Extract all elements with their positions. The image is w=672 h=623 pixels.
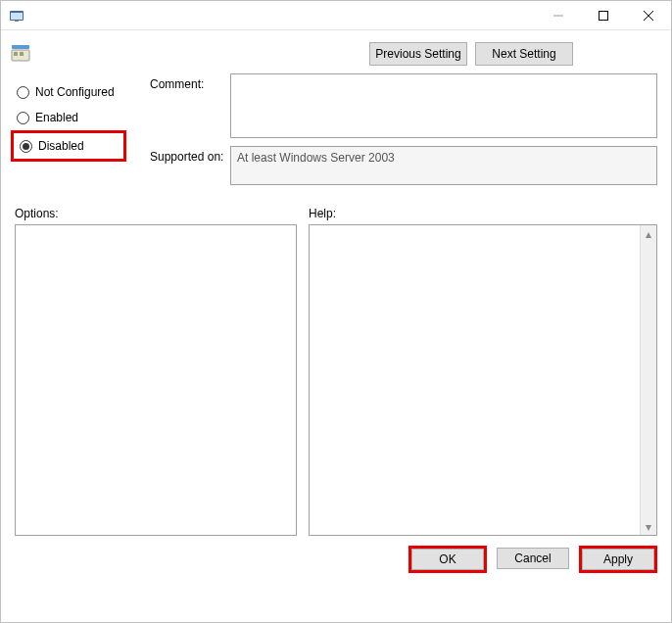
options-pane: [15, 224, 297, 536]
minimize-button[interactable]: [536, 1, 581, 30]
policy-app-icon: [9, 8, 24, 24]
toolbar: Previous Setting Next Setting: [1, 30, 671, 73]
radio-icon: [17, 112, 29, 124]
radio-enabled[interactable]: Enabled: [15, 105, 132, 130]
help-scrollbar[interactable]: ▴ ▾: [640, 225, 656, 535]
ok-button-highlight: OK: [408, 546, 487, 573]
titlebar: [1, 1, 671, 30]
help-text: [310, 225, 640, 535]
cancel-button[interactable]: Cancel: [497, 548, 569, 569]
svg-rect-10: [20, 52, 24, 56]
comment-textarea[interactable]: [230, 73, 657, 138]
svg-rect-1: [11, 13, 23, 20]
radio-disabled-highlight: Disabled: [11, 130, 126, 162]
supported-label: Supported on:: [150, 146, 230, 164]
svg-rect-7: [12, 45, 29, 49]
next-setting-button[interactable]: Next Setting: [475, 42, 573, 66]
radio-label: Not Configured: [35, 85, 115, 99]
help-pane: ▴ ▾: [309, 224, 657, 536]
radio-label: Enabled: [35, 111, 78, 124]
supported-textarea: [230, 146, 657, 185]
options-label: Options:: [15, 207, 297, 224]
apply-button[interactable]: Apply: [582, 549, 654, 570]
svg-rect-4: [600, 11, 608, 20]
radio-icon: [17, 86, 29, 99]
radio-not-configured[interactable]: Not Configured: [15, 79, 132, 105]
apply-button-highlight: Apply: [579, 546, 657, 573]
scroll-down-icon: ▾: [641, 518, 656, 535]
radio-disabled[interactable]: Disabled: [18, 133, 123, 159]
previous-setting-button[interactable]: Previous Setting: [369, 42, 467, 66]
dialog-footer: OK Cancel Apply: [1, 536, 671, 573]
radio-icon: [20, 140, 32, 153]
policy-setting-icon: [11, 44, 30, 62]
state-radio-group: Not Configured Enabled Disabled: [15, 73, 132, 193]
svg-rect-9: [14, 52, 18, 56]
options-text: [16, 225, 296, 233]
maximize-button[interactable]: [581, 1, 626, 30]
ok-button[interactable]: OK: [411, 549, 484, 570]
radio-label: Disabled: [38, 139, 84, 153]
close-button[interactable]: [626, 1, 671, 30]
scroll-up-icon: ▴: [641, 225, 656, 242]
help-label: Help:: [309, 207, 336, 224]
comment-label: Comment:: [150, 73, 230, 91]
svg-rect-2: [15, 21, 19, 22]
cancel-button-wrap: Cancel: [495, 546, 571, 573]
